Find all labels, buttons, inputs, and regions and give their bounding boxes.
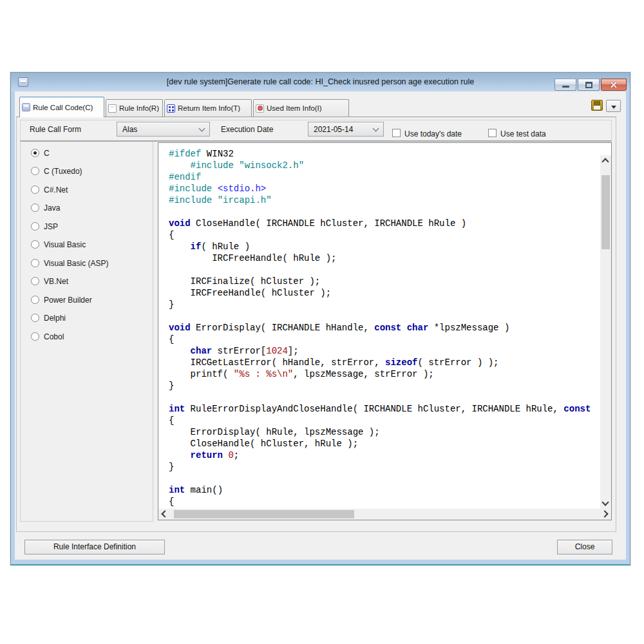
execution-date-combobox[interactable]: 2021-05-14 [308, 122, 384, 137]
save-dropdown-button[interactable] [606, 100, 621, 112]
radio-icon[interactable] [31, 185, 39, 194]
code-line: { [169, 415, 600, 426]
tab-label: Rule Info(R) [119, 104, 159, 112]
code-line: return 0; [169, 450, 600, 461]
maximize-button[interactable] [578, 79, 600, 91]
code-line [169, 392, 600, 403]
scroll-right-icon[interactable] [601, 510, 608, 517]
radio-icon[interactable] [31, 167, 39, 175]
document-icon [108, 104, 117, 113]
code-line: { [169, 496, 600, 507]
chevron-down-icon [373, 126, 379, 132]
language-label: Visual Basic [44, 240, 86, 249]
save-window-icon [22, 103, 30, 111]
rule-call-form-label: Rule Call Form [30, 125, 81, 134]
language-option-delphi[interactable]: Delphi [31, 313, 66, 323]
code-editor[interactable]: #ifdef WIN32 #include "winsock2.h"#endif… [158, 143, 600, 509]
execution-date-value: 2021-05-14 [314, 125, 353, 134]
radio-icon[interactable] [31, 277, 39, 285]
code-line: IRCFinalize( hCluster ); [169, 276, 600, 287]
minimize-button[interactable] [554, 79, 576, 91]
language-label: Delphi [44, 314, 66, 323]
language-label: Cobol [44, 332, 64, 341]
language-option-power-builder[interactable]: Power Builder [31, 295, 92, 305]
execution-date-label: Execution Date [221, 125, 273, 134]
code-line: #ifdef WIN32 [169, 148, 600, 160]
code-line: int main() [169, 484, 600, 496]
code-line: } [169, 380, 600, 392]
code-line [169, 264, 600, 276]
scroll-down-icon[interactable] [601, 498, 609, 506]
code-line: #endif [169, 171, 600, 183]
chevron-down-icon [199, 126, 205, 132]
horizontal-scrollbar[interactable] [158, 509, 611, 520]
radio-icon[interactable] [31, 259, 39, 267]
language-option-java[interactable]: Java [31, 203, 60, 213]
code-line: void CloseHandle( IRCHANDLE hCluster, IR… [169, 218, 600, 229]
tab-used-item-info-i[interactable]: Used Item Info(I) [253, 99, 349, 117]
language-label: Power Builder [44, 296, 92, 305]
tab-label: Return Item Info(T) [178, 104, 240, 112]
tab-rule-call-code-c[interactable]: Rule Call Code(C) [19, 97, 104, 117]
title-bar[interactable]: [dev rule system]Generate rule call code… [11, 73, 630, 91]
tab-return-item-info-t[interactable]: Return Item Info(T) [164, 99, 252, 117]
use-test-data-label: Use test data [500, 129, 546, 138]
language-option-visual-basic[interactable]: Visual Basic [31, 240, 86, 249]
code-line: IRCGetLastError( hHandle, strError, size… [169, 357, 600, 368]
language-option-cobol[interactable]: Cobol [31, 332, 64, 341]
rule-call-form-value: Alas [122, 125, 137, 134]
language-option-c-tuxedo[interactable]: C (Tuxedo) [31, 166, 82, 176]
options-panel: Rule Call Form Alas Execution Date 2021-… [20, 120, 612, 142]
save-button[interactable] [591, 100, 603, 111]
radio-icon[interactable] [31, 332, 39, 341]
language-label: Java [44, 204, 60, 213]
language-option-visual-basic-asp[interactable]: Visual Basic (ASP) [31, 258, 108, 268]
language-label: C#.Net [44, 185, 68, 194]
tab-label: Used Item Info(I) [267, 104, 322, 112]
code-panel: #ifdef WIN32 #include "winsock2.h"#endif… [158, 142, 612, 520]
tab-rule-info-r[interactable]: Rule Info(R) [106, 99, 163, 117]
close-button[interactable]: Close [557, 540, 612, 554]
radio-icon[interactable] [31, 240, 39, 249]
use-test-data-checkbox[interactable] [488, 129, 497, 137]
code-line: #include "ircapi.h" [169, 194, 600, 206]
language-label: C [44, 149, 50, 158]
code-line: #include <stdio.h> [169, 183, 600, 194]
radio-icon[interactable] [31, 296, 39, 304]
vertical-scrollbar-thumb[interactable] [601, 175, 610, 249]
language-option-vb-net[interactable]: VB.Net [31, 276, 68, 286]
code-line: { [169, 229, 600, 241]
radio-icon[interactable] [31, 204, 39, 212]
language-label: Visual Basic (ASP) [44, 259, 108, 268]
rule-interface-definition-button[interactable]: Rule Interface Definition [24, 540, 165, 554]
language-option-c[interactable]: C [31, 148, 50, 158]
language-panel: CC (Tuxedo)C#.NetJavaJSPVisual BasicVisu… [20, 142, 153, 522]
radio-icon[interactable] [31, 149, 39, 157]
close-window-button[interactable] [601, 79, 627, 91]
code-line: #include "winsock2.h" [169, 160, 600, 171]
code-line [169, 473, 600, 484]
scroll-left-icon[interactable] [161, 510, 168, 517]
language-option-c-net[interactable]: C#.Net [31, 185, 68, 194]
code-line: void ErrorDisplay( IRCHANDLE hHandle, co… [169, 322, 600, 334]
code-line: if( hRule ) [169, 241, 600, 252]
tab-label: Rule Call Code(C) [33, 104, 93, 111]
use-todays-date-checkbox[interactable] [392, 129, 401, 137]
maximize-icon [585, 82, 592, 88]
vertical-scrollbar[interactable] [600, 155, 611, 509]
code-line: } [169, 299, 600, 310]
tab-page: Rule Call Form Alas Execution Date 2021-… [16, 117, 616, 532]
radio-icon[interactable] [31, 222, 39, 231]
code-line: printf( "%s : %s\n", lpszMessage, strErr… [169, 368, 600, 380]
language-label: JSP [44, 222, 58, 231]
language-label: VB.Net [44, 277, 68, 286]
rule-call-form-combobox[interactable]: Alas [117, 122, 210, 137]
dialog-window: [dev rule system]Generate rule call code… [10, 72, 630, 565]
radio-icon[interactable] [31, 314, 39, 322]
code-line [169, 206, 600, 218]
scroll-up-icon[interactable] [601, 158, 609, 165]
code-line: IRCFreeHandle( hCluster ); [169, 287, 600, 299]
language-label: C (Tuxedo) [44, 167, 82, 176]
language-option-jsp[interactable]: JSP [31, 222, 58, 231]
horizontal-scrollbar-thumb[interactable] [174, 510, 354, 518]
